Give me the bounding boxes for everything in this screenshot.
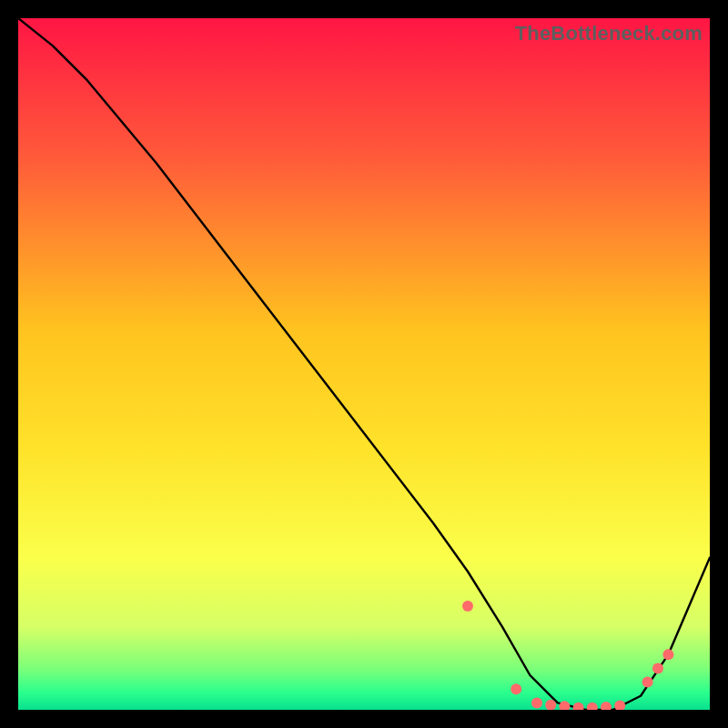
marker-point (652, 662, 663, 673)
marker-point (642, 677, 653, 688)
marker-point (462, 601, 473, 612)
marker-point (531, 697, 542, 708)
chart-svg (18, 18, 710, 710)
chart-frame: TheBottleneck.com (18, 18, 710, 710)
marker-point (511, 683, 521, 694)
marker-point (662, 649, 673, 660)
watermark-text: TheBottleneck.com (515, 22, 703, 46)
